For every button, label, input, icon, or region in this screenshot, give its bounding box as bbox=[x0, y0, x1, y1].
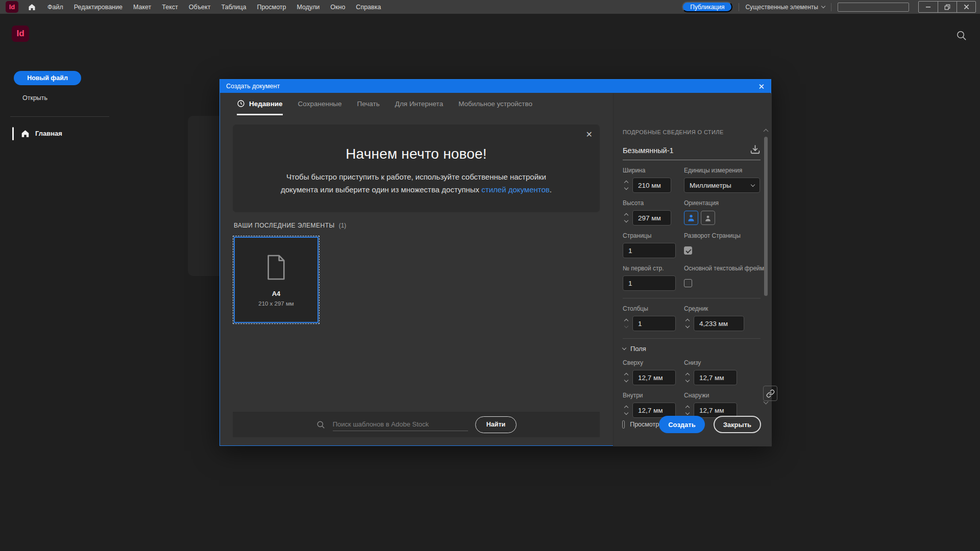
menu-type[interactable]: Текст bbox=[162, 4, 178, 11]
recent-items-title: ВАШИ ПОСЛЕДНИЕ ЭЛЕМЕНТЫ bbox=[234, 222, 335, 229]
workspace-label: Существенные элементы bbox=[745, 4, 818, 11]
restore-button[interactable] bbox=[938, 2, 957, 12]
welcome-text: Чтобы быстро приступить к работе, исполь… bbox=[233, 170, 600, 196]
columns-input[interactable] bbox=[632, 316, 676, 331]
facing-pages-checkbox[interactable] bbox=[684, 246, 692, 255]
tab-web[interactable]: Для Интернета bbox=[395, 93, 443, 115]
menu-file[interactable]: Файл bbox=[47, 4, 63, 11]
document-name-input[interactable] bbox=[623, 146, 750, 155]
pages-input[interactable] bbox=[623, 243, 676, 258]
sidebar-item-home[interactable]: Главная bbox=[12, 127, 109, 140]
menu-object[interactable]: Объект bbox=[189, 4, 211, 11]
search-icon bbox=[316, 420, 326, 430]
margin-bottom-input[interactable] bbox=[694, 370, 737, 385]
new-file-button[interactable]: Новый файл bbox=[14, 71, 81, 85]
width-input[interactable] bbox=[632, 178, 671, 193]
dialog-title: Создать документ bbox=[226, 83, 280, 90]
panel-divider bbox=[623, 298, 761, 298]
indesign-home-logo-icon: Id bbox=[12, 26, 29, 42]
stock-search-input[interactable] bbox=[333, 418, 468, 431]
gutter-label: Средник bbox=[684, 305, 760, 312]
menu-plugins[interactable]: Модули bbox=[297, 4, 320, 11]
home-icon bbox=[28, 3, 36, 11]
dialog-tabs: Недавние Сохраненные Печать Для Интернет… bbox=[220, 93, 613, 115]
home-button[interactable] bbox=[28, 3, 36, 11]
units-select[interactable]: Миллиметры bbox=[684, 178, 760, 193]
tab-print[interactable]: Печать bbox=[357, 93, 380, 115]
margin-inside-stepper[interactable] bbox=[623, 406, 629, 414]
height-stepper[interactable] bbox=[623, 214, 629, 222]
primary-frame-label: Основной текстовый фрейм bbox=[684, 265, 760, 272]
workspace-switcher[interactable]: Существенные элементы bbox=[745, 4, 825, 11]
welcome-card: ✕ Начнем нечто новое! Чтобы быстро прист… bbox=[233, 124, 600, 212]
indesign-logo-icon: Id bbox=[6, 1, 18, 13]
height-label: Высота bbox=[623, 199, 676, 207]
tab-recent[interactable]: Недавние bbox=[237, 93, 283, 115]
recent-items-heading: ВАШИ ПОСЛЕДНИЕ ЭЛЕМЕНТЫ(1) bbox=[234, 222, 346, 229]
create-button[interactable]: Создать bbox=[659, 416, 704, 433]
recent-items-count: (1) bbox=[339, 222, 347, 229]
find-button[interactable]: Найти bbox=[475, 416, 517, 433]
height-input[interactable] bbox=[632, 210, 671, 226]
clock-icon bbox=[237, 99, 245, 108]
margins-section-toggle[interactable]: Поля bbox=[623, 345, 761, 353]
columns-stepper[interactable] bbox=[623, 319, 629, 328]
document-styles-link[interactable]: стилей документов bbox=[481, 185, 550, 194]
tab-mobile[interactable]: Мобильное устройство bbox=[458, 93, 532, 115]
close-window-button[interactable] bbox=[957, 2, 975, 12]
orientation-landscape-button[interactable] bbox=[701, 211, 715, 225]
menubar: Id Файл Редактирование Макет Текст Объек… bbox=[0, 0, 980, 14]
menu-help[interactable]: Справка bbox=[356, 4, 381, 11]
width-stepper[interactable] bbox=[623, 181, 629, 189]
active-indicator bbox=[12, 127, 14, 140]
save-preset-button[interactable] bbox=[750, 144, 761, 155]
close-icon bbox=[964, 4, 969, 10]
search-icon bbox=[955, 30, 967, 41]
minimize-button[interactable] bbox=[919, 2, 938, 12]
menu-edit[interactable]: Редактирование bbox=[74, 4, 122, 11]
chevron-down-icon bbox=[821, 4, 825, 8]
app-window: Id Файл Редактирование Макет Текст Объек… bbox=[0, 0, 980, 551]
sidebar-divider bbox=[10, 116, 109, 117]
columns-label: Столбцы bbox=[623, 305, 676, 312]
panel-scrollbar[interactable] bbox=[764, 137, 768, 296]
divider bbox=[739, 3, 739, 11]
gutter-stepper[interactable] bbox=[684, 319, 691, 328]
first-page-input[interactable] bbox=[623, 276, 676, 291]
close-dialog-button[interactable]: Закрыть bbox=[714, 416, 761, 433]
restore-icon bbox=[944, 4, 950, 10]
margins-section-label: Поля bbox=[630, 345, 646, 353]
tab-saved[interactable]: Сохраненные bbox=[298, 93, 342, 115]
chevron-down-icon bbox=[751, 182, 755, 186]
stock-search-bar: Найти bbox=[233, 412, 600, 437]
dialog-close-button[interactable]: ✕ bbox=[758, 83, 765, 90]
gutter-input[interactable] bbox=[694, 316, 744, 331]
margin-top-input[interactable] bbox=[632, 370, 676, 385]
link-margins-button[interactable] bbox=[763, 386, 777, 401]
units-label: Единицы измерения bbox=[684, 167, 760, 174]
menu-table[interactable]: Таблица bbox=[221, 4, 246, 11]
home-search-button[interactable] bbox=[955, 30, 967, 43]
margin-bottom-stepper[interactable] bbox=[684, 373, 691, 382]
welcome-close-button[interactable]: ✕ bbox=[586, 130, 593, 139]
primary-frame-checkbox[interactable] bbox=[684, 279, 692, 287]
margin-top-label: Сверху bbox=[623, 359, 676, 366]
publish-button[interactable]: Публикация bbox=[682, 2, 732, 12]
panel-heading: ПОДРОБНЫЕ СВЕДЕНИЯ О СТИЛЕ bbox=[623, 129, 761, 135]
menu-layout[interactable]: Макет bbox=[133, 4, 151, 11]
preview-checkbox[interactable] bbox=[622, 420, 625, 429]
margin-top-stepper[interactable] bbox=[623, 373, 629, 382]
chevron-down-icon bbox=[622, 346, 626, 350]
app-search-input[interactable] bbox=[838, 3, 909, 12]
orientation-portrait-button[interactable] bbox=[684, 211, 698, 225]
welcome-heading: Начнем нечто новое! bbox=[233, 146, 600, 162]
width-label: Ширина bbox=[623, 167, 676, 174]
margin-outside-stepper[interactable] bbox=[684, 406, 691, 414]
open-button[interactable]: Открыть bbox=[22, 94, 47, 102]
menu-window[interactable]: Окно bbox=[330, 4, 345, 11]
menu-view[interactable]: Просмотр bbox=[257, 4, 286, 11]
minimize-icon bbox=[925, 4, 931, 10]
preview-label: Просмотр bbox=[630, 421, 659, 428]
tab-label: Недавние bbox=[249, 100, 283, 108]
recent-item-a4[interactable]: A4 210 x 297 мм bbox=[234, 237, 318, 323]
